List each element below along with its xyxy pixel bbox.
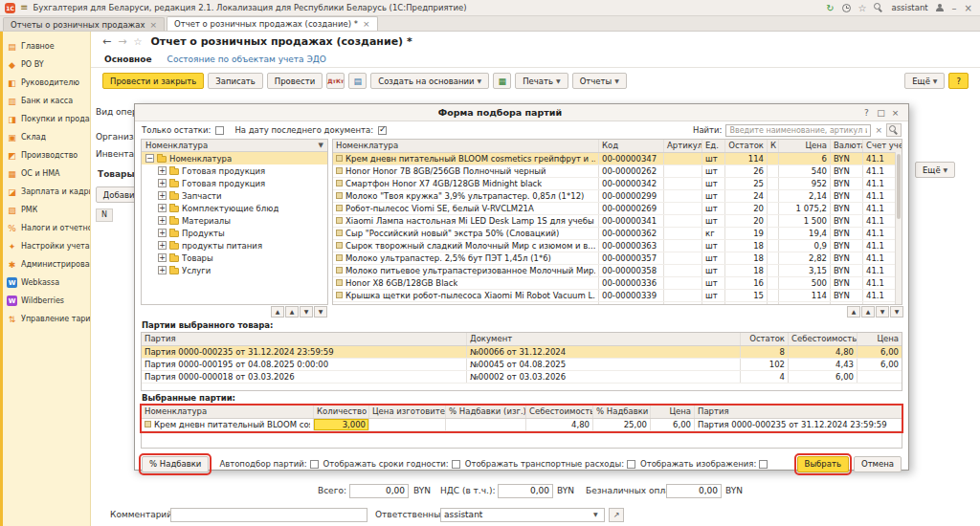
find-button[interactable] (886, 123, 902, 137)
goods-move-bottom-button[interactable]: ▼ (890, 306, 903, 318)
tree-item[interactable]: +Товары (142, 252, 327, 264)
chevron-down-icon[interactable]: ▼ (593, 511, 598, 517)
goods-row[interactable]: Honor Honor 7B 8GB/256GB Полночный черны… (333, 165, 902, 178)
column-header[interactable]: Остаток (741, 333, 789, 345)
goods-scrollbar[interactable] (895, 152, 902, 304)
responsible-field[interactable]: assistant (440, 508, 605, 522)
tab-close-icon[interactable]: × (363, 19, 370, 29)
main-menu-icon[interactable]: ≡ (20, 3, 28, 12)
tree-item[interactable]: +Материалы (142, 214, 327, 227)
reports-button[interactable]: Отчеты ▼ (572, 73, 627, 89)
sidebar-item-12[interactable]: ✱Администрирование (7, 255, 90, 274)
create-based-on-button[interactable]: Создать на основании ▼ (370, 73, 489, 89)
on-date-checkbox[interactable] (378, 126, 387, 135)
sidebar-item-6[interactable]: ◩Производство (7, 146, 90, 164)
tree-item[interactable]: +Запчасти (142, 189, 327, 202)
tree-item[interactable]: +Готовая продукция (142, 164, 327, 177)
column-header[interactable]: Артикул (664, 140, 702, 152)
tree-move-top-button[interactable]: ▲ (271, 306, 284, 318)
markup-button[interactable]: % Надбавки (142, 456, 209, 472)
expand-icon[interactable]: + (158, 253, 167, 262)
sidebar-item-7[interactable]: ▦ОС и НМА (7, 164, 90, 183)
expand-icon[interactable]: + (158, 241, 167, 250)
tree-move-bottom-button[interactable]: ▼ (314, 306, 327, 318)
goods-row[interactable]: Крышка щетки робот-пылесоса Xiaomi Mi Ro… (333, 290, 902, 302)
expand-icon[interactable]: + (158, 229, 167, 237)
user-icon[interactable] (936, 4, 945, 12)
tree-item-root[interactable]: −Номенклатура (142, 152, 327, 164)
batch-row[interactable]: Партия 0000-000235 от 31.12.2024 23:59:5… (142, 346, 902, 359)
goods-move-up-button[interactable]: ▲ (861, 306, 875, 318)
column-header[interactable]: % Надбавки (593, 405, 651, 418)
sidebar-item-10[interactable]: %Налоги и отчетность (7, 219, 90, 237)
sidebar-item-4[interactable]: ◨Покупки и продажи (7, 110, 90, 128)
selected-batch-row[interactable]: Крем дневн питательный BLOOM cos...3,000… (142, 419, 902, 431)
expand-icon[interactable]: + (158, 266, 167, 274)
window-close-button[interactable]: × (965, 3, 972, 13)
tree-item[interactable]: +Готовая продукция (142, 177, 327, 189)
sidebar-item-14[interactable]: WWildberries (7, 292, 90, 310)
tree-move-up-button[interactable]: ▲ (285, 306, 299, 318)
goods-more-button[interactable]: Ещё ▼ (915, 162, 955, 178)
auto-batches-checkbox[interactable] (310, 460, 319, 469)
sidebar-item-3[interactable]: ▥Банк и касса (7, 92, 90, 110)
dtkt-button[interactable]: ДтКт (326, 73, 345, 89)
history-icon[interactable] (842, 4, 851, 12)
goods-row[interactable]: Молоко ультрапастер. 2,5% бут ПЭТ 1,45л … (333, 252, 902, 265)
sidebar-item-11[interactable]: ✦Настройки учета (7, 237, 90, 255)
column-header[interactable]: Номенклатура (142, 405, 314, 418)
minimize-button[interactable]: – (952, 3, 957, 13)
back-button[interactable]: ← (102, 35, 111, 48)
find-input[interactable] (725, 124, 871, 137)
batch-row[interactable]: Партия 0000-000018 от 03.03.2026№00002 о… (142, 371, 902, 384)
goods-row[interactable]: Робот-пылесос Viomi SE, белый V-RVCLM21A… (333, 203, 902, 215)
vat-field[interactable]: 0,00 (498, 484, 553, 498)
post-button[interactable]: Провести (267, 73, 323, 89)
column-header[interactable]: Документ (467, 333, 741, 345)
column-header[interactable]: Себестоимость (526, 405, 593, 418)
cancel-button[interactable]: Отмена (854, 456, 902, 472)
favorite-star-icon[interactable]: ☆ (133, 36, 142, 47)
tab-main[interactable]: Основное (104, 55, 152, 64)
goods-row[interactable]: Xiaomi Лампа настольная Mi LED Desk Lamp… (333, 215, 902, 228)
sidebar-item-5[interactable]: ▣Склад (7, 128, 90, 146)
sidebar-item-1[interactable]: ◆РО BY (7, 55, 90, 74)
column-header[interactable]: Остаток (725, 140, 768, 152)
clear-search-icon[interactable]: × (875, 125, 882, 135)
column-header[interactable]: Счет учета (863, 140, 902, 152)
tree-move-down-button[interactable]: ▼ (300, 306, 313, 318)
goods-row[interactable]: Крем дневн питательный BLOOM cosmetics г… (333, 153, 902, 165)
post-and-close-button[interactable]: Провести и закрыть (102, 73, 204, 89)
tree-item[interactable]: +Продукты (142, 227, 327, 239)
column-header[interactable]: К (768, 140, 779, 152)
tree-item[interactable]: +продукты питания (142, 239, 327, 252)
tab-close-icon[interactable]: × (150, 20, 158, 30)
goods-row[interactable]: Ночник Xiaomi Mi Bedside 200-00000340шт1… (333, 302, 902, 304)
column-header[interactable]: % Надбавки (изг.) (446, 405, 526, 418)
help-button[interactable]: ? (948, 73, 969, 89)
column-header[interactable]: Себестоимость (789, 333, 858, 345)
tree-item[interactable]: +Услуги (142, 264, 327, 276)
sidebar-item-0[interactable]: ▤Главное (7, 37, 90, 55)
dialog-close-icon[interactable]: × (888, 108, 902, 118)
column-header[interactable]: Код (599, 140, 664, 152)
column-header[interactable]: Цена изготовителя (369, 405, 446, 418)
expand-icon[interactable]: + (158, 191, 167, 200)
sidebar-item-13[interactable]: WWebkassa (7, 274, 90, 292)
collapse-icon[interactable]: − (145, 154, 154, 163)
write-button[interactable]: Записать (208, 73, 263, 89)
expiry-checkbox[interactable] (452, 460, 460, 469)
column-header[interactable]: Валюта (831, 140, 863, 152)
images-checkbox[interactable] (759, 460, 768, 469)
tab-edo-state[interactable]: Состояние по объектам учета ЭДО (167, 55, 326, 64)
goods-row[interactable]: Смартфон Honor X7 4GB/128GB Midnight bla… (333, 178, 902, 190)
only-remainders-checkbox[interactable] (215, 126, 224, 135)
expand-icon[interactable]: + (158, 179, 167, 187)
goods-row[interactable]: Сырок творожный сладкий Молочный Мир с и… (333, 240, 902, 252)
tree-column-header[interactable]: Номенклатура ▼ (142, 140, 327, 152)
column-header[interactable]: Ед. (702, 140, 725, 152)
more-button[interactable]: Ещё ▼ (904, 73, 945, 89)
goods-row[interactable]: Молоко "Твоя кружка" 3,9% ультрапастер. … (333, 190, 902, 203)
favorites-star-icon[interactable]: ☆ (858, 3, 867, 13)
dialog-header[interactable]: Форма подбора партий ? □ × (135, 104, 908, 121)
